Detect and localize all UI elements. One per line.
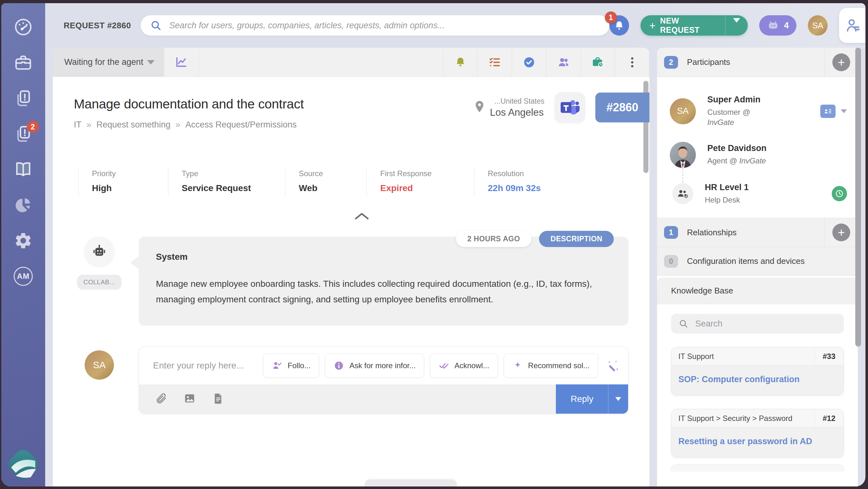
add-participant-button[interactable]: +: [832, 54, 850, 71]
global-search[interactable]: [141, 15, 609, 36]
insert-image-button[interactable]: [184, 392, 196, 406]
user-avatar[interactable]: SA: [808, 15, 828, 36]
message-body: Manage new employee onboarding tasks. Th…: [156, 276, 611, 307]
new-request-button[interactable]: + NEW REQUEST: [641, 15, 748, 36]
more-options-button[interactable]: [615, 48, 649, 77]
requests-count-badge: 2: [27, 121, 39, 133]
ms-teams-button[interactable]: [555, 92, 585, 123]
participant-info: Super Admin Customer @ InvGate: [707, 95, 820, 128]
collaborator-tag: COLLAB...: [77, 275, 122, 290]
participants-title: Participants: [687, 57, 730, 67]
toolbar-spacer: [198, 48, 443, 77]
participant-row[interactable]: HR Level 1 Help Desk: [670, 183, 847, 205]
participant-avatar: SA: [670, 98, 696, 124]
org-text: InvGate: [739, 156, 766, 165]
kb-article-id: #12: [814, 409, 843, 427]
ask-more-info-button[interactable]: Ask for more infor...: [325, 354, 424, 378]
dashboard-gauge-icon[interactable]: [13, 17, 34, 37]
kb-search-input[interactable]: [695, 319, 836, 329]
description-badge: DESCRIPTION: [539, 231, 614, 247]
people-gear-icon: [677, 188, 689, 199]
insert-document-button[interactable]: [212, 392, 224, 406]
reports-pie-icon[interactable]: [13, 195, 34, 216]
panel-scrollbar[interactable]: [855, 48, 861, 347]
quick-action-label: Recommend sol...: [528, 361, 590, 370]
worklog-button[interactable]: [581, 48, 615, 77]
kb-article-link[interactable]: SOP: Computer configuration: [671, 366, 843, 395]
agent-person-icon: [845, 17, 861, 34]
bell-icon: [614, 20, 625, 31]
global-search-input[interactable]: [169, 21, 600, 31]
reply-user-avatar: SA: [85, 350, 114, 380]
role-text: Help Desk: [705, 196, 740, 204]
file-icon: [212, 392, 224, 404]
participant-photo: [670, 142, 696, 168]
settings-gear-icon[interactable]: [13, 230, 34, 251]
top-bar: REQUEST #2860 1 + NEW REQUEST 4: [45, 3, 865, 48]
attach-file-button[interactable]: [155, 392, 167, 406]
check-circle-icon: [523, 56, 536, 69]
asset-management-item[interactable]: AM: [13, 266, 34, 287]
reply-input[interactable]: Enter your reply here...: [153, 361, 257, 371]
request-card: Waiting for the agent: [53, 48, 649, 486]
kb-article-card-partial[interactable]: [671, 464, 844, 471]
acknowledge-button[interactable]: Acknowl...: [430, 354, 498, 378]
request-body: Manage documentation and the contract IT…: [53, 77, 649, 486]
chevron-down-icon[interactable]: [841, 109, 847, 113]
collapse-toggle[interactable]: [74, 213, 649, 220]
breadcrumb-item[interactable]: Request something: [96, 120, 170, 130]
status-dropdown[interactable]: Waiting for the agent: [53, 48, 164, 77]
field-resolution: Resolution 22h 09m 32s: [474, 167, 585, 196]
kb-article-card[interactable]: IT Support #33 SOP: Computer configurati…: [671, 347, 844, 395]
reminders-button[interactable]: [443, 48, 477, 77]
chevron-down-icon: [733, 18, 740, 28]
config-count-badge: 0: [664, 255, 678, 268]
kb-article-link[interactable]: Resetting a user password in AD: [671, 428, 843, 457]
reply-dropdown-button[interactable]: [608, 384, 628, 414]
divider: [825, 48, 825, 77]
follow-up-button[interactable]: Follo...: [263, 354, 319, 378]
notifications-button[interactable]: 1: [609, 15, 629, 36]
kb-search[interactable]: [671, 314, 844, 333]
participant-info: Pete Davidson Agent @ InvGate: [707, 143, 847, 166]
requests-icon[interactable]: [13, 88, 34, 109]
participant-row[interactable]: SA Super Admin Customer @ InvGate: [670, 95, 847, 128]
contact-card-button[interactable]: [820, 105, 836, 118]
field-value: Web: [299, 183, 367, 193]
ai-compose-button[interactable]: [606, 359, 620, 372]
my-requests-icon[interactable]: 2: [13, 123, 34, 144]
configuration-items-header[interactable]: 0 Configuration items and devices: [657, 247, 858, 276]
reply-button[interactable]: Reply: [556, 384, 608, 414]
paperclip-icon: [155, 392, 167, 404]
knowledge-base-title: Knowledge Base: [671, 286, 733, 296]
ai-assistant-button[interactable]: 4: [759, 15, 797, 36]
field-label: Resolution: [488, 169, 585, 178]
kb-article-card[interactable]: IT Support > Security > Password #12 Res…: [671, 409, 844, 458]
checklist-button[interactable]: [477, 48, 512, 77]
reply-toolbar: Reply: [139, 384, 628, 414]
request-header-right: ...United States Los Angeles: [474, 92, 649, 123]
participant-row[interactable]: Pete Davidson Agent @ InvGate: [670, 142, 847, 168]
breadcrumb-item[interactable]: Access Request/Permissions: [186, 120, 297, 130]
participant-name: Pete Davidson: [707, 143, 847, 153]
field-priority: Priority High: [78, 167, 168, 196]
line-chart-icon: [175, 56, 188, 69]
new-request-dropdown[interactable]: [725, 23, 748, 28]
am-label: AM: [14, 267, 33, 286]
activity-chart-button[interactable]: [164, 48, 198, 77]
knowledge-book-icon[interactable]: [13, 159, 34, 180]
scroll-more-pill[interactable]: [365, 480, 457, 486]
sparkle-icon: [512, 360, 523, 371]
add-relationship-button[interactable]: +: [832, 224, 850, 241]
sla-clock-button[interactable]: [832, 186, 847, 201]
approvals-button[interactable]: [512, 48, 546, 77]
recommend-solution-button[interactable]: Recommend sol...: [504, 354, 598, 378]
briefcase-icon[interactable]: [13, 52, 34, 73]
breadcrumb-item[interactable]: IT: [74, 120, 82, 130]
reply-input-row: Enter your reply here... Follo... Ask fo…: [139, 347, 628, 384]
participant-name: Super Admin: [707, 95, 820, 105]
field-value: Service Request: [182, 183, 285, 193]
collaborators-button[interactable]: [546, 48, 581, 77]
agent-view-button[interactable]: [839, 8, 865, 43]
content-area: Waiting for the agent: [45, 48, 865, 486]
